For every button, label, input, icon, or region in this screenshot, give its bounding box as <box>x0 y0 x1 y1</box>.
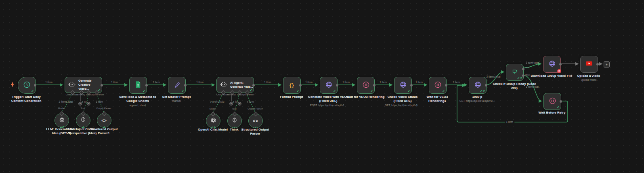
node-set-master-prompt[interactable]: ✓ <box>168 77 186 94</box>
add-tool-icon[interactable]: + <box>238 102 241 105</box>
check-icon: ✓ <box>407 90 410 93</box>
add-node-button[interactable]: + <box>604 61 610 68</box>
globe-icon <box>474 81 482 90</box>
node-label-wait-rendering1: Wait for VEO3 Rendering1 <box>421 95 453 103</box>
openai-icon <box>210 117 217 125</box>
subport-label-tool: Tool <box>80 107 85 110</box>
output-port[interactable] <box>145 84 148 86</box>
check-icon: ✓ <box>370 90 373 93</box>
node-format-prompt[interactable]: {} ✓ <box>283 77 301 94</box>
subport-label-output-parser: Output Parser <box>96 107 111 110</box>
pause-icon <box>434 81 442 90</box>
edge-label: 1 item <box>247 101 254 103</box>
edge-label: 2 items total <box>210 101 224 103</box>
edge-label: 1 ite <box>233 101 238 103</box>
subport-label-tool: Tool <box>232 108 236 110</box>
node-generate-video-veo3[interactable]: ✓ <box>320 77 338 94</box>
trigger-spark-icon <box>10 82 15 89</box>
output-port[interactable] <box>373 84 375 86</box>
edge-label: 1 item <box>196 81 203 84</box>
edge-label: 2 items total <box>59 100 73 103</box>
node-trigger-start-daily[interactable]: ✓ <box>18 77 36 94</box>
pencil-icon <box>174 81 180 90</box>
edge-label: 2 items total <box>486 75 500 78</box>
run-count-badge: ✓2 <box>517 77 522 80</box>
output-port[interactable] <box>184 84 187 86</box>
output-port[interactable] <box>101 84 103 86</box>
node-structured-output-parser[interactable]: <> ✓ <box>248 114 263 128</box>
output-port[interactable] <box>410 84 413 86</box>
globe-icon <box>325 81 333 90</box>
output-port[interactable] <box>560 100 562 103</box>
add-tool-icon[interactable]: + <box>87 102 90 105</box>
output-port[interactable] <box>485 84 487 86</box>
node-wait-veo3-rendering[interactable]: ✓ <box>357 77 375 94</box>
node-label-trigger: Trigger: Start Daily Content Generation <box>6 95 46 103</box>
youtube-icon <box>585 61 593 68</box>
output-port[interactable] <box>596 63 599 65</box>
node-tool-inject-creative[interactable]: ✓ <box>76 113 90 128</box>
true-output-port[interactable] <box>522 68 524 70</box>
false-output-port[interactable] <box>522 74 524 77</box>
check-icon: ✓ <box>250 89 252 92</box>
node-wait-veo3-rendering1[interactable]: ✓ <box>429 77 447 94</box>
agent-title: AI Agent: Generate Vide... <box>230 81 254 89</box>
globe-icon <box>399 81 407 90</box>
port-label-output-parser: Output Parser <box>239 93 254 96</box>
node-wait-before-retry[interactable]: ✓ <box>543 93 561 110</box>
node-label-check-status: Check Video Status (Fixed URL) GET: http… <box>384 95 422 107</box>
check-icon: ✓ <box>442 90 445 93</box>
subport-label-output-parser: Output Parser <box>248 108 262 110</box>
subport-label-model: Model <box>58 107 65 110</box>
node-label-1080p: 1080 p GET: https://api.kie.ai/api/v1/..… <box>455 95 499 103</box>
node-label-parser2: Structured Output Parser <box>238 128 273 136</box>
if-branch-icon <box>511 68 518 77</box>
add-memory-icon[interactable]: + <box>78 102 82 105</box>
node-upload-a-video[interactable] <box>580 56 598 73</box>
output-port[interactable] <box>559 63 562 65</box>
edge-label: 1 item <box>415 81 423 84</box>
check-icon: ✓ <box>143 90 145 93</box>
node-label-format-prompt: Format Prompt <box>271 95 312 99</box>
add-memory-icon[interactable]: + <box>229 102 233 105</box>
node-generate-creative-video[interactable]: Generate Creative Video... ✓ <box>65 77 102 93</box>
edge-label: 1 item <box>153 81 160 84</box>
braces-icon: {} <box>289 82 294 88</box>
node-download-1080p-video[interactable]: × <box>543 56 561 73</box>
node-llm-generate-reel-idea[interactable]: ✓2 <box>55 113 69 128</box>
check-icon: ✓ <box>181 90 184 93</box>
output-port[interactable] <box>299 84 302 86</box>
output-port[interactable] <box>336 84 338 86</box>
node-save-to-google-sheets[interactable]: ✓ <box>129 77 147 94</box>
node-structured-output-parser1[interactable]: <> ✓ <box>97 113 111 128</box>
node-openai-chat-model[interactable]: ✓2 <box>206 114 220 128</box>
robot-icon <box>220 81 227 89</box>
node-check-video-status[interactable]: ✓ <box>394 77 412 94</box>
brain-icon <box>231 117 238 125</box>
node-label-parser1: Structured Output Parser1 <box>87 127 121 136</box>
node-1080p[interactable]: ✓2 <box>469 77 487 94</box>
output-port[interactable] <box>252 84 255 86</box>
code-icon: <> <box>101 118 107 123</box>
port-label-memory: Memory <box>227 93 236 96</box>
subport-label-model: Model <box>210 108 216 110</box>
node-ai-agent-generate-video[interactable]: AI Agent: Generate Vide... ✓ <box>216 77 254 93</box>
clock-icon <box>23 81 31 90</box>
google-sheets-icon <box>135 81 141 90</box>
brain-icon <box>80 116 86 124</box>
output-port[interactable] <box>445 84 447 86</box>
node-label-sheets: Save Idea & Metadata to Google Sheets ap… <box>116 95 159 107</box>
edge-label: 1 item total <box>526 61 539 64</box>
workflow-canvas[interactable]: ✓ Trigger: Start Daily Content Generatio… <box>0 0 644 173</box>
check-icon: ✓ <box>333 90 336 93</box>
check-icon: ✓ <box>296 90 299 93</box>
node-think[interactable]: ✓ <box>227 114 242 128</box>
run-count-badge: ✓2 <box>480 90 485 93</box>
branch-label-true: true <box>525 66 529 69</box>
check-icon: ✓ <box>557 106 560 109</box>
node-label-upload: Upload a video upload: video <box>570 74 608 82</box>
edge-label: 1 item <box>305 81 313 84</box>
branch-label-false: false <box>525 74 530 76</box>
output-port[interactable] <box>34 84 36 86</box>
node-check-if-1080p-ready[interactable]: ✓2 <box>506 64 524 81</box>
